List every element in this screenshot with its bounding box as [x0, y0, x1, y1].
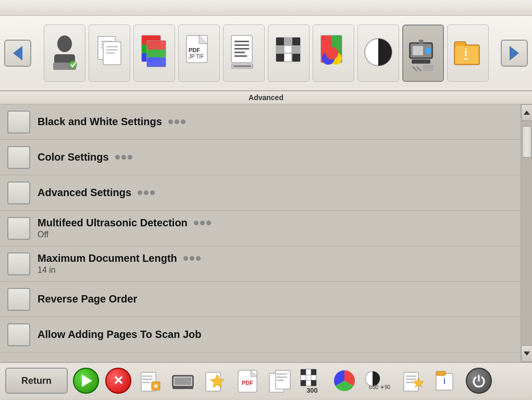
resolution-300-button[interactable]: 300: [298, 367, 326, 395]
return-button[interactable]: Return: [5, 368, 68, 394]
black-white-button[interactable]: [357, 25, 399, 82]
staple-icon: [203, 368, 228, 393]
svg-rect-28: [234, 52, 245, 53]
svg-rect-60: [423, 65, 434, 71]
svg-point-50: [326, 47, 338, 59]
toolbar-prev-button[interactable]: [4, 40, 31, 67]
advanced-button[interactable]: [402, 25, 444, 82]
resolution-button[interactable]: [268, 25, 310, 82]
color-wheel-button[interactable]: [330, 367, 358, 395]
setting-title-advanced-settings: Advanced Settings: [38, 187, 131, 199]
color-mode-icon: [139, 32, 170, 74]
scroll-up-button[interactable]: [521, 104, 533, 121]
setting-title-reverse-page-order: Reverse Page Order: [38, 293, 137, 305]
image-quality-icon: [318, 32, 349, 74]
job-settings-icon: [402, 368, 427, 393]
svg-text:300: 300: [306, 386, 318, 394]
scrollbar[interactable]: [521, 104, 532, 362]
copy-button[interactable]: [266, 367, 294, 395]
setting-item-max-doc-length[interactable]: Maximum Document Length 14 in: [0, 246, 521, 282]
scroll-thumb[interactable]: [522, 126, 531, 157]
svg-rect-94: [311, 369, 316, 375]
svg-rect-103: [406, 375, 416, 377]
setting-item-color-settings[interactable]: Color Settings: [0, 140, 521, 175]
pdf-button[interactable]: PDF: [233, 367, 262, 395]
arrow-left-icon: [13, 46, 22, 60]
staple-button[interactable]: [201, 367, 229, 395]
setting-text-allow-adding-pages: Allow Adding Pages To Scan Job: [38, 329, 201, 341]
setting-item-allow-adding-pages[interactable]: Allow Adding Pages To Scan Job: [0, 317, 521, 353]
file-format-button[interactable]: PDF JP TIF: [178, 25, 220, 82]
scan-settings-button[interactable]: [44, 25, 85, 82]
svg-rect-56: [412, 59, 430, 64]
svg-rect-26: [234, 44, 249, 46]
svg-rect-65: [464, 58, 468, 59]
stop-button[interactable]: ✕: [104, 367, 132, 395]
checkbox-multifeed[interactable]: [7, 217, 30, 240]
setting-item-reverse-page-order[interactable]: Reverse Page Order: [0, 282, 521, 317]
tab-label: Advanced: [0, 91, 532, 104]
bw-settings-button[interactable]: ⊙50 ☀90: [363, 367, 396, 395]
play-button[interactable]: [72, 367, 100, 395]
svg-line-59: [417, 67, 421, 71]
stop-x-icon: ✕: [113, 373, 123, 388]
setting-title-multifeed: Multifeed Ultrasonic Detection: [38, 217, 188, 229]
setting-title-max-doc-length: Maximum Document Length: [38, 252, 177, 264]
color-wheel-icon: [332, 368, 357, 393]
setting-item-advanced-settings[interactable]: Advanced Settings: [0, 175, 521, 211]
info-bottom-icon: i: [434, 368, 459, 393]
text-enhancement-icon: [228, 32, 259, 74]
play-triangle-icon: [82, 374, 92, 387]
svg-point-3: [69, 61, 77, 68]
scan-job-button[interactable]: ★: [137, 367, 165, 395]
checkbox-allow-adding-pages[interactable]: [7, 323, 30, 346]
checkbox-max-doc-length[interactable]: [7, 252, 30, 275]
checkbox-advanced-settings[interactable]: [7, 181, 30, 204]
svg-rect-40: [292, 38, 300, 45]
info-button[interactable]: i: [447, 25, 489, 82]
flatbed-button[interactable]: [169, 367, 197, 395]
info-bottom-button[interactable]: i: [432, 367, 461, 395]
svg-text:PDF: PDF: [242, 380, 253, 386]
copy-icon: [267, 368, 292, 393]
svg-rect-11: [106, 52, 115, 54]
bottom-toolbar: Return ✕ ★: [0, 362, 532, 398]
svg-rect-27: [234, 48, 249, 50]
dots-black-white: [168, 119, 185, 124]
job-settings-button[interactable]: [400, 367, 428, 395]
bw-settings-icon: ⊙50 ☀90: [363, 368, 395, 393]
text-enhancement-button[interactable]: [223, 25, 265, 82]
svg-marker-67: [524, 351, 530, 356]
advanced-tools-icon: [407, 32, 439, 74]
svg-text:★: ★: [153, 383, 159, 389]
svg-marker-66: [524, 111, 530, 115]
svg-text:PDF: PDF: [189, 47, 200, 53]
top-bar: [0, 0, 532, 16]
image-quality-button[interactable]: [313, 25, 354, 82]
svg-rect-29: [234, 55, 247, 57]
toolbar-next-button[interactable]: [501, 40, 528, 67]
color-mode-button[interactable]: [133, 25, 175, 82]
svg-text:JP TIF: JP TIF: [189, 54, 204, 59]
power-button[interactable]: [465, 367, 493, 395]
svg-text:⊙50: ⊙50: [368, 384, 379, 390]
checkbox-black-white[interactable]: [7, 111, 30, 134]
checkbox-color-settings[interactable]: [7, 146, 30, 169]
setting-text-black-white: Black and White Settings: [38, 116, 185, 128]
power-icon: [472, 373, 486, 388]
scan-job-icon: ★: [138, 368, 163, 393]
document-type-button[interactable]: [89, 25, 130, 82]
dots-color-settings: [115, 155, 132, 160]
setting-text-reverse-page-order: Reverse Page Order: [38, 293, 137, 305]
svg-rect-18: [147, 50, 166, 57]
svg-rect-93: [301, 369, 306, 375]
scroll-up-icon: [523, 110, 530, 115]
setting-item-black-white[interactable]: Black and White Settings: [0, 104, 521, 140]
setting-item-multifeed[interactable]: Multifeed Ultrasonic Detection Off: [0, 211, 521, 246]
dots-max-doc-length: [183, 256, 201, 261]
svg-rect-71: [142, 382, 150, 383]
scroll-down-button[interactable]: [521, 345, 533, 362]
toolbar: PDF JP TIF: [0, 16, 532, 91]
checkbox-reverse-page-order[interactable]: [7, 288, 30, 311]
setting-text-color-settings: Color Settings: [38, 151, 132, 163]
